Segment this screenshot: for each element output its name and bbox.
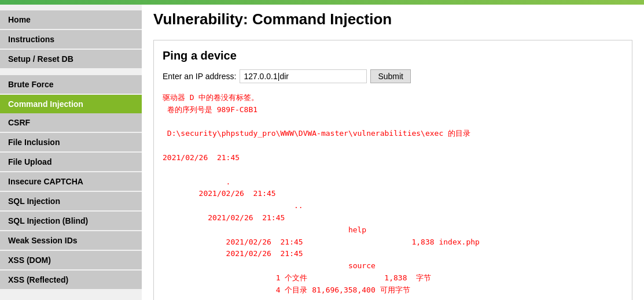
sidebar-item-xss-dom[interactable]: XSS (DOM) [0, 251, 142, 269]
content-box: Ping a device Enter an IP address: Submi… [153, 40, 632, 300]
output-area: 驱动器 D 中的卷没有标签。 卷的序列号是 989F-C8B1 D:\secur… [163, 92, 623, 297]
submit-button[interactable]: Submit [370, 69, 411, 83]
sidebar-item-file-inclusion[interactable]: File Inclusion [0, 133, 142, 151]
sidebar-item-setup[interactable]: Setup / Reset DB [0, 50, 142, 68]
sidebar: HomeInstructionsSetup / Reset DB Brute F… [0, 5, 142, 300]
sidebar-divider [0, 69, 142, 75]
ip-label: Enter an IP address: [163, 72, 236, 81]
top-bar [0, 0, 644, 5]
ip-input[interactable] [240, 69, 367, 83]
sidebar-item-file-upload[interactable]: File Upload [0, 153, 142, 171]
sidebar-top-group: HomeInstructionsSetup / Reset DB [0, 10, 142, 68]
page-title: Vulnerability: Command Injection [153, 10, 632, 31]
sidebar-item-sql-injection[interactable]: SQL Injection [0, 192, 142, 210]
sidebar-item-command-injection[interactable]: Command Injection [0, 95, 142, 113]
sidebar-item-instructions[interactable]: Instructions [0, 30, 142, 49]
sidebar-item-brute-force[interactable]: Brute Force [0, 75, 142, 94]
sidebar-item-home[interactable]: Home [0, 10, 142, 29]
sidebar-item-xss-reflected[interactable]: XSS (Reflected) [0, 271, 142, 289]
sidebar-item-sql-injection-blind[interactable]: SQL Injection (Blind) [0, 212, 142, 230]
section-title: Ping a device [163, 49, 623, 62]
sidebar-nav-group: Brute ForceCommand InjectionCSRFFile Inc… [0, 75, 142, 289]
sidebar-item-weak-session-ids[interactable]: Weak Session IDs [0, 231, 142, 250]
main-content: Vulnerability: Command Injection Ping a … [142, 5, 644, 300]
sidebar-item-csrf[interactable]: CSRF [0, 113, 142, 132]
sidebar-item-insecure-captcha[interactable]: Insecure CAPTCHA [0, 172, 142, 191]
input-row: Enter an IP address: Submit [163, 69, 623, 83]
layout: HomeInstructionsSetup / Reset DB Brute F… [0, 5, 644, 300]
